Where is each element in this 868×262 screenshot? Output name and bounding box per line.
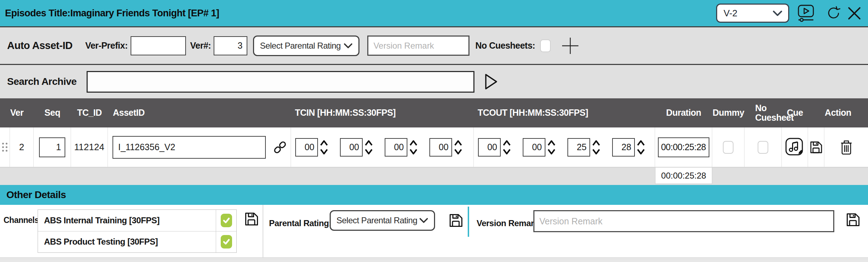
asset-id-input[interactable] — [112, 136, 266, 159]
tcout-ff-input[interactable] — [612, 138, 635, 157]
parental-rating-select-bottom[interactable]: Select Parental Rating — [330, 210, 435, 231]
stepper-icon[interactable] — [320, 138, 328, 156]
channel-check-cell — [216, 210, 236, 231]
drag-handle[interactable] — [0, 127, 10, 167]
music-note-edit-icon[interactable] — [785, 137, 805, 158]
col-header-assetid: AssetID — [108, 108, 291, 118]
tcin-ff-input[interactable] — [429, 138, 452, 157]
list-item[interactable]: ABS Product Testing [30FPS] — [38, 231, 236, 253]
plus-icon[interactable] — [561, 37, 579, 55]
tcout-ss-input[interactable] — [567, 138, 590, 157]
search-archive-section: Search Archive — [0, 64, 868, 98]
link-icon[interactable] — [273, 140, 287, 155]
tcin-ss-input[interactable] — [385, 138, 407, 157]
stepper-icon[interactable] — [409, 138, 418, 156]
col-header-duration: Duration — [655, 108, 712, 118]
stepper-icon[interactable] — [637, 138, 645, 156]
channel-check-cell — [216, 231, 236, 253]
ver-number-input[interactable] — [214, 36, 247, 55]
tcout-mm-input[interactable] — [523, 138, 545, 157]
cell-tcid: 112124 — [71, 127, 108, 167]
parental-rating-value: Select Parental Rating — [336, 215, 419, 225]
stepper-icon[interactable] — [592, 138, 600, 156]
play-triangle-icon[interactable] — [484, 72, 498, 91]
teal-divider — [468, 207, 469, 237]
save-channels-icon[interactable] — [244, 211, 259, 227]
no-cuesheet-checkbox[interactable] — [758, 141, 768, 154]
col-header-nocuesheet: No Cuesheet — [745, 103, 782, 123]
channel-checkbox[interactable] — [221, 235, 232, 249]
tcout-hh-input[interactable] — [478, 138, 501, 157]
auto-asset-section: Auto Asset-ID Ver-Prefix: Ver#: Select P… — [0, 27, 868, 64]
episode-version-editor: Episodes Title:Imaginary Friends Tonight… — [0, 0, 868, 262]
stepper-icon[interactable] — [502, 138, 511, 156]
version-remark-input-bottom[interactable] — [533, 210, 834, 232]
col-header-ver: Ver — [0, 108, 34, 118]
channels-label: Channels: — [4, 215, 42, 225]
no-cuesheets-label: No Cuesheets: — [475, 40, 535, 51]
chevron-down-icon — [419, 218, 428, 223]
drag-handle-dots — [2, 143, 7, 152]
col-header-tcid: TC_ID — [71, 108, 108, 118]
version-remark-label: Version Remark: — [477, 218, 541, 228]
section-divider — [263, 205, 263, 257]
col-header-cue: Cue — [782, 108, 808, 118]
col-header-seq: Seq — [34, 108, 71, 118]
tcin-mm-input[interactable] — [340, 138, 363, 157]
video-preview-icon[interactable] — [797, 4, 815, 22]
ver-number-label: Ver#: — [190, 40, 211, 51]
other-details-body: Channels: ABS Internal Training [30FPS] … — [0, 205, 868, 257]
title-bar: Episodes Title:Imaginary Friends Tonight… — [0, 0, 868, 27]
save-version-remark-icon[interactable] — [845, 212, 861, 228]
chevron-down-icon — [344, 43, 353, 49]
other-details-bar: Other Details — [0, 185, 868, 205]
col-header-tcout: TCOUT [HH:MM:SS:30FPS] — [474, 108, 655, 118]
auto-asset-id-label: Auto Asset-ID — [7, 40, 72, 51]
col-header-tcin: TCIN [HH:MM:SS:30FPS] — [291, 108, 474, 118]
bottom-strip — [0, 257, 868, 260]
trash-icon[interactable] — [839, 139, 853, 155]
channel-name: ABS Product Testing [30FPS] — [38, 237, 216, 247]
floppy-disk-icon[interactable] — [809, 140, 823, 154]
table-row: 2 112124 — [0, 127, 868, 167]
version-remark-input[interactable] — [367, 36, 469, 56]
ver-prefix-input[interactable] — [131, 36, 186, 55]
seq-input[interactable] — [39, 137, 65, 157]
channel-checkbox[interactable] — [221, 214, 232, 227]
total-duration: 00:00:25:28 — [655, 168, 712, 184]
duration-value: 00:00:25:28 — [658, 137, 709, 157]
table-total-row: 00:00:25:28 — [0, 167, 868, 185]
save-parental-rating-icon[interactable] — [448, 213, 464, 228]
page-title: Episodes Title:Imaginary Friends Tonight… — [5, 8, 219, 19]
other-details-title: Other Details — [6, 189, 66, 201]
parental-rating-select[interactable]: Select Parental Rating — [253, 36, 359, 56]
refresh-icon[interactable] — [826, 5, 841, 21]
stepper-icon[interactable] — [547, 138, 556, 156]
dummy-checkbox[interactable] — [723, 141, 734, 154]
cell-ver: 2 — [10, 127, 34, 167]
search-archive-label: Search Archive — [7, 76, 77, 87]
stepper-icon[interactable] — [364, 138, 373, 156]
no-cuesheets-checkbox[interactable] — [540, 39, 551, 52]
chevron-down-icon — [773, 10, 782, 16]
version-select[interactable]: V-2 — [716, 4, 789, 23]
version-select-value: V-2 — [724, 8, 773, 19]
ver-prefix-label: Ver-Prefix: — [85, 40, 128, 51]
channel-name: ABS Internal Training [30FPS] — [38, 215, 216, 225]
tcin-hh-input[interactable] — [295, 138, 318, 157]
table-header: Ver Seq TC_ID AssetID TCIN [HH:MM:SS:30F… — [0, 98, 868, 127]
search-archive-input[interactable] — [87, 71, 474, 93]
list-item[interactable]: ABS Internal Training [30FPS] — [38, 210, 236, 231]
col-header-action: Action — [808, 108, 868, 118]
parental-rating-value: Select Parental Rating — [260, 41, 344, 51]
parental-rating-label: Parental Rating: — [269, 218, 331, 228]
channels-list: ABS Internal Training [30FPS] ABS Produc… — [38, 209, 237, 253]
close-icon[interactable] — [848, 7, 861, 20]
col-header-dummy: Dummy — [712, 108, 745, 118]
tcout-group — [474, 127, 655, 167]
tcin-group — [291, 127, 474, 167]
stepper-icon[interactable] — [454, 138, 462, 156]
